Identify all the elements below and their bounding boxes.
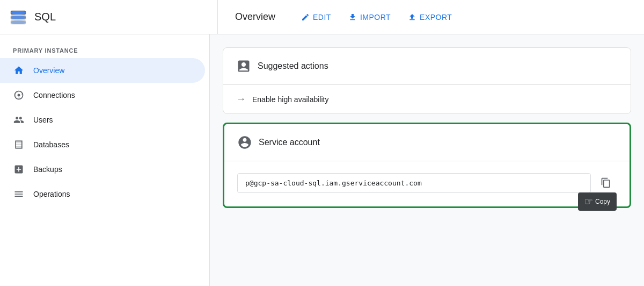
- import-button[interactable]: IMPORT: [340, 9, 399, 26]
- service-account-card: Service account p@gcp-sa-cloud-sql.iam.g…: [223, 123, 631, 208]
- svg-point-6: [18, 94, 20, 97]
- connections-icon: [13, 89, 25, 101]
- suggested-actions-icon: [236, 59, 251, 74]
- svg-rect-8: [245, 142, 248, 143]
- sidebar-item-overview-label: Overview: [33, 66, 64, 75]
- sidebar: PRIMARY INSTANCE Overview Connections Us…: [0, 34, 210, 286]
- sidebar-item-databases[interactable]: Databases: [0, 132, 205, 157]
- content-area: Suggested actions → Enable high availabi…: [210, 34, 644, 286]
- service-account-email: p@gcp-sa-cloud-sql.iam.gserviceaccount.c…: [245, 179, 422, 187]
- topbar-actions: Overview EDIT IMPORT EXPORT: [218, 9, 635, 26]
- sidebar-item-overview[interactable]: Overview: [0, 58, 205, 83]
- copy-tooltip: ☞ Copy: [578, 192, 617, 211]
- suggested-actions-header: Suggested actions: [223, 48, 631, 85]
- service-account-header: Service account: [224, 124, 630, 161]
- sql-logo-icon: [9, 8, 28, 27]
- service-account-title: Service account: [259, 138, 320, 147]
- page-title: Overview: [235, 11, 275, 23]
- sidebar-section-label: PRIMARY INSTANCE: [0, 43, 209, 58]
- svg-point-5: [11, 20, 26, 24]
- sidebar-item-users-label: Users: [33, 116, 53, 124]
- main-layout: PRIMARY INSTANCE Overview Connections Us…: [0, 34, 644, 286]
- sidebar-item-operations[interactable]: Operations: [0, 182, 205, 206]
- sidebar-item-connections-label: Connections: [33, 91, 75, 99]
- svg-rect-7: [241, 142, 244, 143]
- enable-ha-label: Enable high availability: [252, 95, 328, 104]
- edit-icon: [301, 13, 310, 22]
- sidebar-item-operations-label: Operations: [33, 190, 70, 198]
- databases-icon: [13, 139, 25, 151]
- import-icon: [348, 13, 357, 22]
- operations-icon: [13, 188, 25, 200]
- svg-point-4: [11, 16, 26, 19]
- sidebar-item-backups-label: Backups: [33, 165, 62, 174]
- app-title: SQL: [34, 11, 56, 23]
- export-button[interactable]: EXPORT: [399, 9, 460, 26]
- sidebar-item-databases-label: Databases: [33, 140, 69, 149]
- service-account-input-row: p@gcp-sa-cloud-sql.iam.gserviceaccount.c…: [237, 172, 617, 194]
- service-account-icon: [237, 135, 252, 150]
- arrow-right-icon: →: [236, 94, 246, 105]
- export-icon: [408, 13, 416, 22]
- topbar-logo-area: SQL: [9, 0, 218, 34]
- copy-tooltip-label: Copy: [595, 198, 610, 205]
- sidebar-item-users[interactable]: Users: [0, 108, 205, 132]
- backups-icon: [13, 163, 25, 175]
- sidebar-item-backups[interactable]: Backups: [0, 157, 205, 182]
- users-icon: [13, 114, 25, 126]
- edit-button[interactable]: EDIT: [292, 9, 340, 26]
- enable-ha-row[interactable]: → Enable high availability: [223, 85, 631, 113]
- overview-icon: [13, 65, 25, 76]
- service-account-field: p@gcp-sa-cloud-sql.iam.gserviceaccount.c…: [237, 173, 591, 193]
- copy-icon: [601, 177, 611, 188]
- svg-point-3: [11, 11, 26, 15]
- copy-button[interactable]: [595, 172, 617, 194]
- suggested-actions-title: Suggested actions: [258, 61, 328, 71]
- topbar: SQL Overview EDIT IMPORT EXPORT: [0, 0, 644, 34]
- suggested-actions-card: Suggested actions → Enable high availabi…: [223, 47, 631, 114]
- service-account-body: p@gcp-sa-cloud-sql.iam.gserviceaccount.c…: [224, 161, 630, 206]
- sidebar-item-connections[interactable]: Connections: [0, 83, 205, 108]
- cursor-icon: ☞: [584, 196, 593, 208]
